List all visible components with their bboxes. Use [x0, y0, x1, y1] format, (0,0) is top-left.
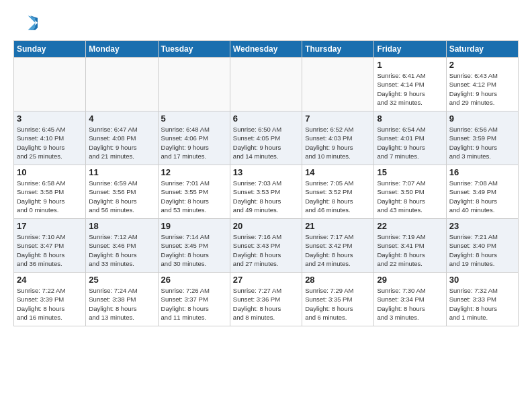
day-number: 28: [305, 275, 371, 285]
calendar-day-cell: 10Sunrise: 6:58 AM Sunset: 3:58 PM Dayli…: [14, 165, 86, 219]
day-number: 14: [305, 167, 371, 177]
calendar-day-cell: 1Sunrise: 6:41 AM Sunset: 4:14 PM Daylig…: [374, 58, 446, 111]
day-info: Sunrise: 7:03 AM Sunset: 3:53 PM Dayligh…: [233, 179, 299, 214]
day-number: 2: [449, 60, 515, 70]
calendar-week-row: 17Sunrise: 7:10 AM Sunset: 3:47 PM Dayli…: [14, 219, 519, 273]
day-number: 25: [89, 275, 154, 285]
header: [13, 11, 519, 35]
day-number: 22: [377, 221, 443, 231]
calendar-day-cell: 19Sunrise: 7:14 AM Sunset: 3:45 PM Dayli…: [158, 219, 230, 273]
day-info: Sunrise: 7:07 AM Sunset: 3:50 PM Dayligh…: [377, 179, 443, 214]
day-info: Sunrise: 7:32 AM Sunset: 3:33 PM Dayligh…: [449, 286, 515, 322]
day-info: Sunrise: 7:05 AM Sunset: 3:52 PM Dayligh…: [305, 179, 371, 214]
day-number: 1: [377, 60, 443, 70]
weekday-header-cell: Saturday: [446, 41, 518, 58]
day-number: 4: [89, 113, 154, 124]
day-number: 19: [161, 221, 227, 231]
weekday-header-cell: Friday: [374, 41, 446, 58]
day-number: 5: [161, 113, 227, 124]
day-info: Sunrise: 7:22 AM Sunset: 3:39 PM Dayligh…: [17, 286, 83, 322]
weekday-header-cell: Wednesday: [230, 41, 302, 58]
weekday-header-cell: Tuesday: [158, 41, 230, 58]
calendar-day-cell: 25Sunrise: 7:24 AM Sunset: 3:38 PM Dayli…: [86, 273, 158, 326]
day-info: Sunrise: 7:27 AM Sunset: 3:36 PM Dayligh…: [233, 286, 299, 322]
calendar-day-cell: 21Sunrise: 7:17 AM Sunset: 3:42 PM Dayli…: [302, 219, 374, 273]
calendar-week-row: 24Sunrise: 7:22 AM Sunset: 3:39 PM Dayli…: [14, 273, 519, 326]
day-number: 18: [89, 221, 154, 231]
day-number: 3: [17, 113, 83, 124]
day-info: Sunrise: 7:14 AM Sunset: 3:45 PM Dayligh…: [161, 232, 227, 268]
day-info: Sunrise: 6:58 AM Sunset: 3:58 PM Dayligh…: [17, 179, 83, 214]
day-info: Sunrise: 7:17 AM Sunset: 3:42 PM Dayligh…: [305, 232, 371, 268]
calendar-day-cell: 7Sunrise: 6:52 AM Sunset: 4:03 PM Daylig…: [302, 111, 374, 165]
day-info: Sunrise: 7:24 AM Sunset: 3:38 PM Dayligh…: [89, 286, 154, 322]
calendar-day-cell: 20Sunrise: 7:16 AM Sunset: 3:43 PM Dayli…: [230, 219, 302, 273]
calendar-day-cell: 26Sunrise: 7:26 AM Sunset: 3:37 PM Dayli…: [158, 273, 230, 326]
day-info: Sunrise: 7:30 AM Sunset: 3:34 PM Dayligh…: [377, 286, 443, 322]
calendar-day-cell: 12Sunrise: 7:01 AM Sunset: 3:55 PM Dayli…: [158, 165, 230, 219]
calendar-body: 1Sunrise: 6:41 AM Sunset: 4:14 PM Daylig…: [14, 58, 519, 326]
day-info: Sunrise: 7:08 AM Sunset: 3:49 PM Dayligh…: [449, 179, 515, 214]
calendar-day-cell: [86, 58, 158, 111]
calendar-day-cell: 17Sunrise: 7:10 AM Sunset: 3:47 PM Dayli…: [14, 219, 86, 273]
day-number: 11: [89, 167, 154, 177]
calendar-day-cell: [230, 58, 302, 111]
calendar-day-cell: 8Sunrise: 6:54 AM Sunset: 4:01 PM Daylig…: [374, 111, 446, 165]
calendar-week-row: 3Sunrise: 6:45 AM Sunset: 4:10 PM Daylig…: [14, 111, 519, 165]
weekday-header-cell: Thursday: [302, 41, 374, 58]
logo-icon: [13, 11, 38, 35]
weekday-header-row: SundayMondayTuesdayWednesdayThursdayFrid…: [14, 41, 519, 58]
logo: [13, 11, 40, 35]
calendar-day-cell: 14Sunrise: 7:05 AM Sunset: 3:52 PM Dayli…: [302, 165, 374, 219]
day-number: 9: [449, 113, 515, 124]
day-number: 30: [449, 275, 515, 285]
day-info: Sunrise: 6:50 AM Sunset: 4:05 PM Dayligh…: [233, 125, 299, 161]
calendar-day-cell: 2Sunrise: 6:43 AM Sunset: 4:12 PM Daylig…: [446, 58, 518, 111]
day-number: 7: [305, 113, 371, 124]
day-info: Sunrise: 6:56 AM Sunset: 3:59 PM Dayligh…: [449, 125, 515, 161]
calendar-week-row: 1Sunrise: 6:41 AM Sunset: 4:14 PM Daylig…: [14, 58, 519, 111]
calendar-day-cell: 24Sunrise: 7:22 AM Sunset: 3:39 PM Dayli…: [14, 273, 86, 326]
day-number: 15: [377, 167, 443, 177]
day-number: 12: [161, 167, 227, 177]
svg-marker-1: [28, 15, 36, 30]
day-info: Sunrise: 7:16 AM Sunset: 3:43 PM Dayligh…: [233, 232, 299, 268]
weekday-header-cell: Monday: [86, 41, 158, 58]
day-info: Sunrise: 7:29 AM Sunset: 3:35 PM Dayligh…: [305, 286, 371, 322]
calendar-day-cell: 23Sunrise: 7:21 AM Sunset: 3:40 PM Dayli…: [446, 219, 518, 273]
calendar-day-cell: 15Sunrise: 7:07 AM Sunset: 3:50 PM Dayli…: [374, 165, 446, 219]
day-number: 6: [233, 113, 299, 124]
day-number: 10: [17, 167, 83, 177]
calendar-day-cell: 5Sunrise: 6:48 AM Sunset: 4:06 PM Daylig…: [158, 111, 230, 165]
calendar-day-cell: 3Sunrise: 6:45 AM Sunset: 4:10 PM Daylig…: [14, 111, 86, 165]
day-info: Sunrise: 6:52 AM Sunset: 4:03 PM Dayligh…: [305, 125, 371, 161]
day-number: 20: [233, 221, 299, 231]
calendar-day-cell: [14, 58, 86, 111]
day-number: 24: [17, 275, 83, 285]
day-number: 13: [233, 167, 299, 177]
calendar-day-cell: 16Sunrise: 7:08 AM Sunset: 3:49 PM Dayli…: [446, 165, 518, 219]
calendar-day-cell: 27Sunrise: 7:27 AM Sunset: 3:36 PM Dayli…: [230, 273, 302, 326]
day-info: Sunrise: 6:41 AM Sunset: 4:14 PM Dayligh…: [377, 71, 443, 107]
day-number: 16: [449, 167, 515, 177]
day-info: Sunrise: 6:43 AM Sunset: 4:12 PM Dayligh…: [449, 71, 515, 107]
day-info: Sunrise: 6:59 AM Sunset: 3:56 PM Dayligh…: [89, 179, 154, 214]
calendar-day-cell: [302, 58, 374, 111]
day-number: 17: [17, 221, 83, 231]
calendar-week-row: 10Sunrise: 6:58 AM Sunset: 3:58 PM Dayli…: [14, 165, 519, 219]
day-number: 26: [161, 275, 227, 285]
day-number: 29: [377, 275, 443, 285]
calendar-day-cell: [158, 58, 230, 111]
weekday-header-cell: Sunday: [14, 41, 86, 58]
calendar-day-cell: 28Sunrise: 7:29 AM Sunset: 3:35 PM Dayli…: [302, 273, 374, 326]
day-info: Sunrise: 6:45 AM Sunset: 4:10 PM Dayligh…: [17, 125, 83, 161]
day-info: Sunrise: 7:21 AM Sunset: 3:40 PM Dayligh…: [449, 232, 515, 268]
calendar-table: SundayMondayTuesdayWednesdayThursdayFrid…: [13, 40, 519, 326]
day-info: Sunrise: 7:19 AM Sunset: 3:41 PM Dayligh…: [377, 232, 443, 268]
calendar-day-cell: 6Sunrise: 6:50 AM Sunset: 4:05 PM Daylig…: [230, 111, 302, 165]
day-info: Sunrise: 6:48 AM Sunset: 4:06 PM Dayligh…: [161, 125, 227, 161]
day-number: 23: [449, 221, 515, 231]
calendar-day-cell: 30Sunrise: 7:32 AM Sunset: 3:33 PM Dayli…: [446, 273, 518, 326]
day-info: Sunrise: 7:26 AM Sunset: 3:37 PM Dayligh…: [161, 286, 227, 322]
calendar-day-cell: 9Sunrise: 6:56 AM Sunset: 3:59 PM Daylig…: [446, 111, 518, 165]
